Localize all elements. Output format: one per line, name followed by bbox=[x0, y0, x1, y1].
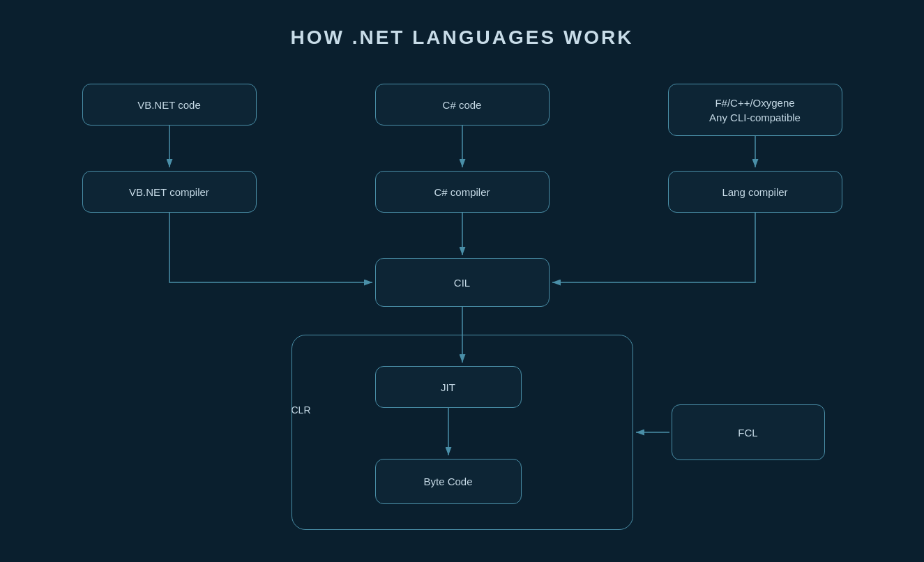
jit-box: JIT bbox=[375, 366, 522, 408]
page-title: HOW .NET LANGUAGES WORK bbox=[290, 26, 633, 49]
fcl-box: FCL bbox=[672, 404, 825, 460]
cil-box: CIL bbox=[375, 258, 550, 307]
clr-label: CLR bbox=[291, 404, 311, 416]
vbnet-compiler-box: VB.NET compiler bbox=[82, 171, 257, 213]
csharp-code-box: C# code bbox=[375, 84, 550, 126]
csharp-compiler-box: C# compiler bbox=[375, 171, 550, 213]
lang-compiler-box: Lang compiler bbox=[668, 171, 842, 213]
vbnet-code-box: VB.NET code bbox=[82, 84, 257, 126]
bytecode-box: Byte Code bbox=[375, 459, 522, 504]
diagram-container: VB.NET code C# code F#/C++/OxygeneAny CL… bbox=[44, 63, 881, 551]
other-code-box: F#/C++/OxygeneAny CLI-compatible bbox=[668, 84, 842, 136]
